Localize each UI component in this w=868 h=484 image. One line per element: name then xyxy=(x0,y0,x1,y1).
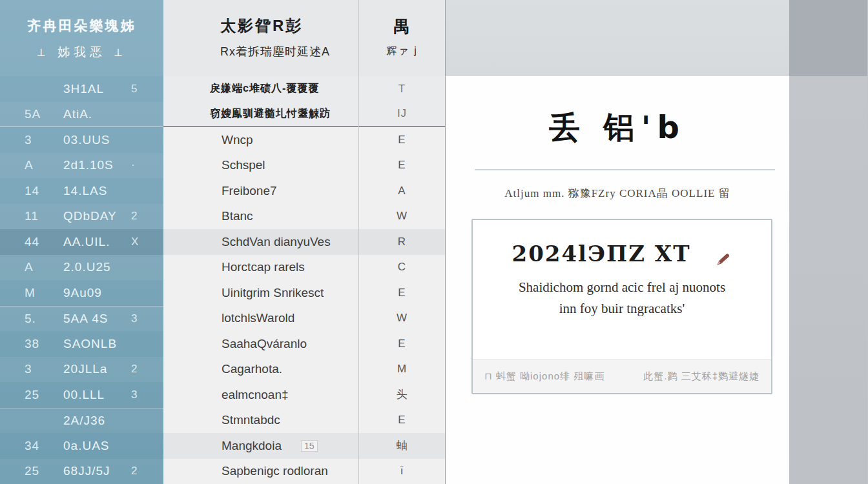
sidebar-row[interactable]: 3 20JLLa 2 xyxy=(0,357,163,383)
sidebar-row-number: 5. xyxy=(25,312,63,326)
sidebar-row[interactable]: 5. 5AA 4S 3 xyxy=(0,306,163,332)
list-row-label: Sapbenigc rodloran xyxy=(222,464,328,478)
right-strip-bottom xyxy=(789,76,867,484)
list-row[interactable]: Schspel xyxy=(163,153,358,179)
letter-row[interactable]: E xyxy=(359,280,445,306)
sidebar-row-number: 5A xyxy=(25,107,63,121)
list-row-label: lotchlsWarold xyxy=(222,311,294,325)
card-footer: ⊓ 蚪蟹 呦iojono绯 殂嘛画 此蟹.鹨 三艾秫‡鹦避燧婕 xyxy=(473,359,771,393)
sidebar-row-label: 2d1.10S xyxy=(63,158,131,172)
letter-row[interactable]: C xyxy=(359,255,445,281)
letter-row-value: 头 xyxy=(397,387,408,402)
list-rows: 戾嫌端c堆碛八-覆覆覆 窃嫂鳯驯避髓圠忖耋觫趽 Wncp Schspel Fre… xyxy=(163,76,358,484)
list-row[interactable]: lotchlsWarold xyxy=(163,306,358,332)
list-row[interactable]: Wncp xyxy=(163,127,358,153)
list-row[interactable]: Btanc xyxy=(163,204,358,230)
list-row[interactable]: Mangkdoia 15 xyxy=(163,433,358,459)
sidebar-row[interactable]: 3H1AL 5 xyxy=(0,76,163,102)
sidebar-row[interactable]: A 2.0.U25 xyxy=(0,255,163,281)
letter-row[interactable]: E xyxy=(359,127,445,153)
letter-row-value: 蚰 xyxy=(397,438,408,453)
sidebar-row[interactable]: 25 00.LLL 3 xyxy=(0,382,163,408)
letter-row[interactable]: E xyxy=(359,408,445,434)
sidebar-row-number: A xyxy=(25,158,63,172)
letter-row[interactable]: 头 xyxy=(359,382,445,408)
sidebar-row-number: A xyxy=(25,260,63,274)
sidebar-row-number: 11 xyxy=(25,209,63,223)
sidebar-row-mark: 2 xyxy=(131,210,163,223)
list-row[interactable]: SaahaQváranlo xyxy=(163,331,358,357)
sidebar-row[interactable]: 34 0a.UAS xyxy=(0,433,163,459)
sidebar-row[interactable]: A 2d1.10S · xyxy=(0,153,163,179)
sidebar-row-number: 44 xyxy=(25,235,63,249)
list-row[interactable]: 戾嫌端c堆碛八-覆覆覆 xyxy=(163,76,358,102)
sidebar-row-label: AtiA. xyxy=(63,107,131,121)
letter-column-header: 禺 辉ァ j xyxy=(359,0,445,76)
sidebar-row[interactable]: 11 QDbDAY 2 xyxy=(0,204,163,230)
sidebar-row[interactable]: 38 SAONLB xyxy=(0,331,163,357)
list-column: 太影眢R彭 Rx着拆瑞塵时延述A 戾嫌端c堆碛八-覆覆覆 窃嫂鳯驯避髓圠忖耋觫趽… xyxy=(163,0,359,484)
letter-row-value: ī xyxy=(400,465,404,478)
letter-column-subtitle: 辉ァ j xyxy=(359,45,445,58)
letter-row[interactable]: T xyxy=(359,76,445,102)
sidebar-row-label: AA.UIL. xyxy=(63,235,131,249)
card-footer-right-action[interactable]: 此蟹.鹨 三艾秫‡鹦避燧婕 xyxy=(643,370,760,383)
sidebar-row-mark: 3 xyxy=(131,388,163,401)
detail-panel: 丢 铝'b Atljum mm. 猕豫FZry CORIA晶 OOLLIE 留 … xyxy=(446,0,789,484)
list-row-label: Horctcap rarels xyxy=(222,260,305,274)
detail-top-band xyxy=(446,0,789,76)
sidebar-row-label: 9Au09 xyxy=(63,286,131,300)
letter-row[interactable]: M xyxy=(359,357,445,383)
sidebar-row[interactable]: 3 03.UUS xyxy=(0,127,163,153)
right-background-strip xyxy=(789,0,867,484)
list-row[interactable]: SchdVan dianyuVes xyxy=(163,229,358,255)
sidebar-row[interactable]: 44 AA.UIL. X xyxy=(0,229,163,255)
list-row[interactable]: Freibone7 xyxy=(163,178,358,204)
list-row-label: Freibone7 xyxy=(222,184,277,198)
sidebar-row-list: 3H1AL 5 5A AtiA. 3 03.UUS A 2d1.10S · 14… xyxy=(0,76,163,484)
card-title-row: 2024lЭΠZ XT xyxy=(473,241,771,267)
list-row[interactable]: Sapbenigc rodloran xyxy=(163,459,358,484)
sidebar-row-number: 38 xyxy=(25,337,63,351)
letter-row[interactable]: ī xyxy=(359,459,445,484)
sidebar: 齐冉田朵樂塊姊 ⊥ 姊我恶 ⊥ 3H1AL 5 5A AtiA. 3 03.UU… xyxy=(0,0,163,484)
letter-rows: T IJ E E A W R C E W xyxy=(359,76,445,484)
list-row[interactable]: Cagarhota. xyxy=(163,357,358,383)
letter-row[interactable]: W xyxy=(359,204,445,230)
card-footer-left-action[interactable]: ⊓ 蚪蟹 呦iojono绯 殂嘛画 xyxy=(484,370,604,383)
letter-row[interactable]: E xyxy=(359,331,445,357)
sidebar-row[interactable]: 14 14.LAS xyxy=(0,178,163,204)
letter-row-value: A xyxy=(398,185,406,197)
list-row[interactable]: Stmntabdc xyxy=(163,408,358,434)
letter-column: 禺 辉ァ j T IJ E E A W R C xyxy=(359,0,446,484)
letter-row-value: E xyxy=(398,134,406,146)
letter-row[interactable]: A xyxy=(359,178,445,204)
sidebar-row[interactable]: 25 68JJ/5J 2 xyxy=(0,459,163,484)
letter-row[interactable]: W xyxy=(359,306,445,332)
letter-row[interactable]: R xyxy=(359,229,445,255)
sidebar-header: 齐冉田朵樂塊姊 ⊥ 姊我恶 ⊥ xyxy=(0,0,163,76)
sidebar-row[interactable]: M 9Au09 xyxy=(0,280,163,306)
list-row-label: Mangkdoia xyxy=(222,439,282,453)
sidebar-row-mark: 5 xyxy=(131,83,163,96)
letter-row[interactable]: IJ xyxy=(359,102,445,128)
list-column-title: 太影眢R彭 xyxy=(220,15,358,36)
pencil-icon[interactable] xyxy=(714,246,733,265)
list-row[interactable]: ealmcnoan‡ xyxy=(163,382,358,408)
letter-row-value: E xyxy=(398,338,406,350)
sidebar-row-label: SAONLB xyxy=(63,337,131,351)
sidebar-row[interactable]: 2A/J36 xyxy=(0,408,163,434)
sidebar-row-number: 34 xyxy=(25,439,63,453)
sidebar-row-label: 68JJ/5J xyxy=(63,464,131,478)
list-row-label: SaahaQváranlo xyxy=(222,337,307,351)
list-row[interactable]: 窃嫂鳯驯避髓圠忖耋觫趽 xyxy=(163,102,358,128)
list-row-label: 窃嫂鳯驯避髓圠忖耋觫趽 xyxy=(210,107,331,121)
sidebar-row[interactable]: 5A AtiA. xyxy=(0,102,163,128)
detail-card: 2024lЭΠZ XT Shaidichom gornd acic frel a… xyxy=(471,219,772,394)
letter-row[interactable]: 蚰 xyxy=(359,433,445,459)
list-row[interactable]: Uinitgrim Snrikesct xyxy=(163,280,358,306)
sidebar-row-label: 03.UUS xyxy=(63,133,131,147)
sidebar-row-label: 00.LLL xyxy=(63,388,131,402)
letter-row[interactable]: E xyxy=(359,153,445,179)
list-row[interactable]: Horctcap rarels xyxy=(163,255,358,281)
